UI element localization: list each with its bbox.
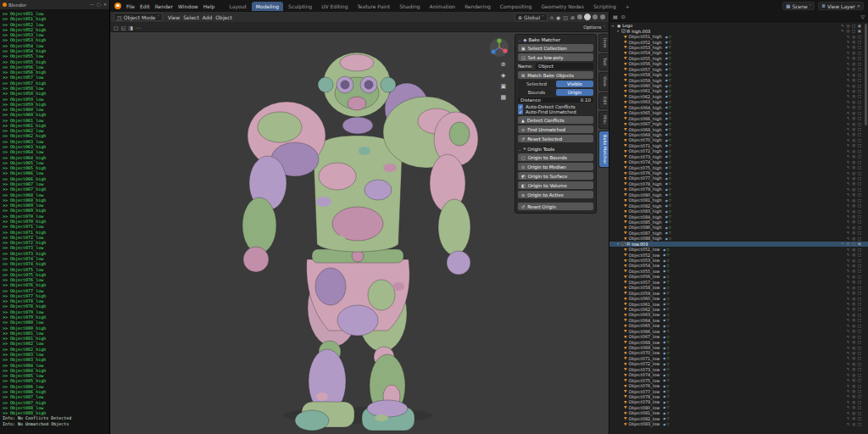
- hide-toggle-icon[interactable]: ◎: [852, 367, 855, 371]
- hide-toggle-icon[interactable]: ◎: [852, 378, 855, 382]
- hide-toggle-icon[interactable]: ◎: [852, 111, 855, 115]
- select-toggle-icon[interactable]: ↖: [847, 356, 850, 360]
- hide-toggle-icon[interactable]: ◎: [852, 192, 855, 197]
- mode-dropdown[interactable]: ◳ Object Mode ˅: [114, 13, 163, 21]
- hide-toggle-icon[interactable]: ◎: [852, 94, 855, 98]
- viewport-toggle-icon[interactable]: □: [858, 225, 861, 230]
- viewport-toggle-icon[interactable]: □: [852, 24, 855, 28]
- minimize-icon[interactable]: —: [90, 3, 94, 7]
- hide-toggle-icon[interactable]: ◎: [852, 122, 855, 126]
- ntab-tool[interactable]: Tool: [598, 53, 609, 70]
- collapse-icon[interactable]: ⌄: [518, 147, 521, 152]
- hide-toggle-icon[interactable]: ◎: [852, 138, 855, 142]
- hide-toggle-icon[interactable]: ◎: [852, 67, 855, 71]
- select-toggle-icon[interactable]: ↖: [847, 154, 850, 159]
- hide-toggle-icon[interactable]: ◎: [847, 24, 850, 28]
- shading-rendered-icon[interactable]: [600, 14, 605, 19]
- hide-toggle-icon[interactable]: ◎: [852, 362, 855, 366]
- select-toggle-icon[interactable]: ↖: [847, 132, 850, 136]
- hide-toggle-icon[interactable]: ◎: [852, 269, 855, 273]
- hide-toggle-icon[interactable]: ◎: [852, 302, 855, 306]
- viewport-toggle-icon[interactable]: □: [858, 89, 861, 93]
- viewport-toggle-icon[interactable]: □: [858, 236, 861, 241]
- tab-modeling[interactable]: Modeling: [252, 2, 283, 11]
- collapse-icon[interactable]: ⌄: [518, 37, 521, 42]
- outliner-scrollbar[interactable]: [865, 24, 867, 125]
- origin-tools-section[interactable]: ⌄ ⌖ Origin Tools: [518, 146, 593, 152]
- window-controls[interactable]: — ▢ ✕: [90, 3, 107, 7]
- viewport-toggle-icon[interactable]: □: [858, 51, 861, 55]
- hide-toggle-icon[interactable]: ◎: [852, 400, 855, 404]
- origin-to-active-button[interactable]: ⊚Origin to Active: [518, 191, 593, 198]
- viewport-toggle-icon[interactable]: □: [858, 192, 861, 197]
- select-toggle-icon[interactable]: ↖: [847, 286, 850, 290]
- menu-help[interactable]: Help: [201, 3, 218, 9]
- viewport-toggle-icon[interactable]: □: [858, 346, 861, 350]
- tab-layout[interactable]: Layout: [225, 2, 250, 11]
- tab-sculpting[interactable]: Sculpting: [284, 2, 316, 11]
- select-toggle-icon[interactable]: ↖: [847, 192, 850, 197]
- hide-toggle-icon[interactable]: ◎: [852, 373, 855, 377]
- viewport-toggle-icon[interactable]: □: [858, 329, 861, 333]
- viewport-toggle-icon[interactable]: □: [858, 132, 861, 136]
- select-toggle-icon[interactable]: ↖: [847, 35, 850, 39]
- viewport-toggle-icon[interactable]: □: [858, 253, 861, 257]
- viewport-toggle-icon[interactable]: □: [858, 111, 861, 115]
- ntab-edit[interactable]: Edit: [598, 92, 609, 109]
- ntab-misc[interactable]: Misc: [598, 111, 609, 129]
- shading-solid-icon[interactable]: [585, 14, 590, 19]
- ntab-view[interactable]: View: [598, 72, 609, 91]
- detect-conflicts-button[interactable]: ▲Detect Conflicts: [518, 116, 593, 124]
- viewport-toggle-icon[interactable]: □: [858, 187, 861, 192]
- viewport-toggle-icon[interactable]: □: [858, 154, 861, 159]
- hide-toggle-icon[interactable]: ◎: [852, 286, 855, 290]
- viewport-menu-object[interactable]: Object: [214, 14, 234, 20]
- viewport-toggle-icon[interactable]: □: [858, 373, 861, 377]
- hide-toggle-icon[interactable]: ◎: [852, 422, 855, 426]
- tab-uv-editing[interactable]: UV Editing: [317, 2, 352, 11]
- select-toggle-icon[interactable]: ↖: [847, 203, 850, 208]
- select-toggle-icon[interactable]: ↖: [847, 335, 850, 339]
- pan-icon[interactable]: ◈: [500, 72, 506, 79]
- viewport-toggle-icon[interactable]: □: [858, 405, 861, 409]
- select-toggle-icon[interactable]: ↖: [847, 313, 850, 317]
- select-toggle-icon[interactable]: ↖: [847, 367, 850, 371]
- visible-option[interactable]: Visible: [556, 81, 593, 87]
- checkbox-icon[interactable]: ✓: [518, 109, 523, 114]
- selected-option[interactable]: Selected: [518, 81, 555, 87]
- view-layer-selector[interactable]: ≣ View Layer ✕: [818, 2, 864, 10]
- bounds-option[interactable]: Bounds: [518, 89, 555, 96]
- select-toggle-icon[interactable]: ↖: [847, 291, 850, 295]
- viewport-menu-add[interactable]: Add: [201, 14, 214, 20]
- hide-toggle-icon[interactable]: ◎: [852, 116, 855, 120]
- hide-toggle-icon[interactable]: ◎: [852, 73, 855, 77]
- search-icon[interactable]: ⊙: [621, 14, 626, 19]
- auto-find-unmatched-checkbox[interactable]: ✓Auto-Find Unmatched: [518, 109, 593, 114]
- hide-toggle-icon[interactable]: ◎: [852, 405, 855, 409]
- menu-render[interactable]: Render: [153, 3, 175, 9]
- viewport-toggle-icon[interactable]: □: [858, 171, 861, 175]
- viewport-toggle-icon[interactable]: □: [858, 116, 861, 120]
- hide-toggle-icon[interactable]: ◎: [852, 291, 855, 295]
- hide-toggle-icon[interactable]: ◎: [852, 143, 855, 147]
- render-toggle-icon[interactable]: ▣: [858, 24, 861, 28]
- xray-icon[interactable]: ⊘: [570, 14, 575, 20]
- viewport-toggle-icon[interactable]: □: [858, 176, 861, 181]
- menu-edit[interactable]: Edit: [137, 3, 153, 9]
- select-toggle-icon[interactable]: ↖: [847, 165, 850, 170]
- viewport-toggle-icon[interactable]: □: [858, 73, 861, 77]
- viewport-toggle-icon[interactable]: □: [858, 367, 861, 371]
- tool-options-icon[interactable]: ⋯: [136, 25, 141, 31]
- select-toggle-icon[interactable]: ↖: [847, 67, 850, 71]
- viewport-toggle-icon[interactable]: □: [858, 351, 861, 355]
- hide-toggle-icon[interactable]: ◎: [852, 253, 855, 257]
- viewport-toggle-icon[interactable]: □: [858, 78, 861, 82]
- hide-toggle-icon[interactable]: ◎: [852, 335, 855, 339]
- select-mode-icon[interactable]: ◱: [121, 25, 126, 31]
- hide-toggle-icon[interactable]: ◎: [852, 214, 855, 219]
- viewport-toggle-icon[interactable]: □: [858, 324, 861, 328]
- match-bake-objects-button[interactable]: ⊞Match Bake Objects: [518, 71, 593, 79]
- hide-toggle-icon[interactable]: ◎: [852, 154, 855, 159]
- hide-toggle-icon[interactable]: ◎: [847, 242, 850, 246]
- select-toggle-icon[interactable]: ↖: [847, 394, 850, 398]
